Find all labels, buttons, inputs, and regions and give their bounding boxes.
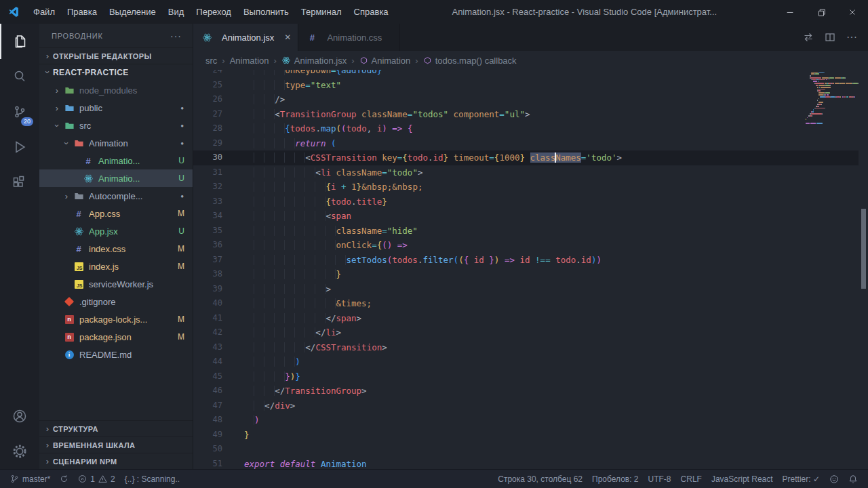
open-changes-icon[interactable] — [803, 32, 814, 43]
line-text: onKeyDown={addTodo} — [244, 70, 859, 78]
open-editors-section[interactable]: › ОТКРЫТЫЕ РЕДАКТОРЫ — [39, 47, 193, 64]
tree-item-Autocomple...[interactable]: ›Autocomple...● — [39, 187, 193, 205]
settings-gear-icon[interactable] — [0, 434, 39, 469]
tree-item-serviceWorker.js[interactable]: JSserviceWorker.js — [39, 275, 193, 293]
close-button[interactable] — [837, 0, 868, 24]
code-line-27[interactable]: 27 <TransitionGroup className="todos" co… — [193, 107, 859, 122]
tab-animation-jsx[interactable]: Animation.jsx ✕ — [193, 24, 298, 51]
code-line-40[interactable]: 40 &times; — [193, 296, 859, 311]
problems-status[interactable]: 1 2 — [73, 470, 119, 488]
code-line-42[interactable]: 42 </li> — [193, 325, 859, 340]
code-line-25[interactable]: 25 type="text" — [193, 78, 859, 93]
code-line-26[interactable]: 26 /> — [193, 92, 859, 107]
code-area[interactable]: 24 onKeyDown={addTodo}25 type="text"26 /… — [193, 70, 859, 469]
feedback-smiley-icon[interactable] — [825, 470, 844, 488]
restore-button[interactable] — [806, 0, 837, 24]
menu-view[interactable]: Вид — [162, 0, 191, 24]
symbol-method-icon — [423, 56, 432, 65]
code-line-37[interactable]: 37 setTodos(todos.filter(({ id }) => id … — [193, 253, 859, 268]
tree-item-index.js[interactable]: JSindex.jsM — [39, 258, 193, 275]
menu-edit[interactable]: Правка — [61, 0, 103, 24]
tree-item-index.css[interactable]: #index.cssM — [39, 240, 193, 258]
chevron-down-icon: › — [52, 120, 62, 131]
run-debug-icon[interactable] — [0, 129, 39, 165]
indentation-status[interactable]: Пробелов: 2 — [587, 470, 644, 488]
line-text: /> — [244, 92, 859, 107]
formatter-status[interactable]: Prettier: ✓ — [778, 470, 825, 488]
menu-go[interactable]: Переход — [190, 0, 237, 24]
cursor-position[interactable]: Строка 30, столбец 62 — [493, 470, 587, 488]
scrollbar-thumb[interactable] — [861, 209, 866, 289]
menu-file[interactable]: Файл — [27, 0, 61, 24]
code-line-33[interactable]: 33 {todo.title} — [193, 195, 859, 209]
tree-item-src[interactable]: ›src● — [39, 117, 193, 134]
extensions-icon[interactable] — [0, 165, 39, 200]
code-line-24[interactable]: 24 onKeyDown={addTodo} — [193, 70, 859, 78]
more-actions-icon[interactable]: ··· — [170, 30, 182, 41]
tree-item-Animatio...[interactable]: #Animatio...U — [39, 152, 193, 169]
breadcrumb-animation-jsx[interactable]: Animation.jsx — [281, 56, 347, 66]
code-line-44[interactable]: 44 ) — [193, 354, 859, 369]
code-line-39[interactable]: 39 > — [193, 282, 859, 297]
tree-item-node_modules[interactable]: ›node_modules — [39, 81, 193, 99]
code-line-31[interactable]: 31 <li className="todo"> — [193, 165, 859, 180]
breadcrumb-animation-symbol[interactable]: Animation — [359, 56, 411, 66]
notifications-bell-icon[interactable] — [844, 470, 863, 488]
code-line-36[interactable]: 36 onClick={() => — [193, 238, 859, 253]
breadcrumb-src[interactable]: src — [205, 56, 217, 66]
more-actions-icon[interactable]: ··· — [846, 31, 857, 43]
section-outline[interactable]: › СТРУКТУРА — [39, 420, 193, 436]
root-folder[interactable]: › REACT-PRACTICE — [39, 64, 193, 80]
tree-item-App.jsx[interactable]: App.jsxU — [39, 222, 193, 240]
code-line-50[interactable]: 50 — [193, 442, 859, 457]
code-line-43[interactable]: 43 </CSSTransition> — [193, 340, 859, 355]
menu-run[interactable]: Выполнить — [237, 0, 295, 24]
split-editor-icon[interactable] — [825, 32, 835, 43]
code-line-47[interactable]: 47 </div> — [193, 399, 859, 413]
account-icon[interactable] — [0, 399, 39, 434]
explorer-icon[interactable] — [0, 24, 39, 59]
tree-item-package-lock.js...[interactable]: npackage-lock.js...M — [39, 310, 193, 328]
code-line-30[interactable]: 30 <CSSTransition key={todo.id} timeout=… — [193, 150, 859, 165]
scanning-status[interactable]: {..} : Scanning.. — [120, 470, 184, 488]
menu-help[interactable]: Справка — [348, 0, 395, 24]
code-line-49[interactable]: 49} — [193, 428, 859, 443]
encoding-status[interactable]: UTF-8 — [644, 470, 676, 488]
code-line-41[interactable]: 41 </span> — [193, 311, 859, 326]
tab-animation-css[interactable]: # Animation.css — [298, 24, 400, 51]
search-icon[interactable] — [0, 59, 39, 94]
menu-selection[interactable]: Выделение — [103, 0, 162, 24]
section-timeline[interactable]: › ВРЕМЕННАЯ ШКАЛА — [39, 436, 193, 453]
menu-terminal[interactable]: Терминал — [295, 0, 348, 24]
code-line-28[interactable]: 28 {todos.map((todo, i) => { — [193, 121, 859, 136]
npm-icon: n — [62, 333, 76, 342]
section-npm-scripts[interactable]: › СЦЕНАРИИ NPM — [39, 453, 193, 469]
code-line-51[interactable]: 51export default Animation — [193, 457, 859, 470]
code-line-32[interactable]: 32 {i + 1}&nbsp;&nbsp; — [193, 180, 859, 195]
code-line-38[interactable]: 38 } — [193, 267, 859, 282]
sync-status[interactable] — [55, 470, 73, 488]
tree-item-public[interactable]: ›public● — [39, 99, 193, 117]
breadcrumb-callback-symbol[interactable]: todos.map() callback — [423, 56, 517, 66]
tree-item-App.css[interactable]: #App.cssM — [39, 205, 193, 222]
source-control-icon[interactable]: 20 — [0, 94, 39, 129]
code-line-45[interactable]: 45 })} — [193, 369, 859, 384]
code-line-34[interactable]: 34 <span — [193, 209, 859, 224]
code-line-48[interactable]: 48 ) — [193, 413, 859, 428]
tree-item-Animation[interactable]: ›Animation● — [39, 134, 193, 152]
eol-status[interactable]: CRLF — [676, 470, 707, 488]
tree-item-README.md[interactable]: iREADME.md — [39, 346, 193, 363]
breadcrumb-animation-folder[interactable]: Animation — [230, 56, 269, 66]
tree-item-Animatio...[interactable]: Animatio...U — [39, 169, 193, 187]
minimap[interactable] — [806, 71, 859, 124]
language-mode[interactable]: JavaScript React — [707, 470, 778, 488]
code-line-35[interactable]: 35 className="hide" — [193, 224, 859, 239]
close-icon[interactable]: ✕ — [284, 33, 291, 42]
minimize-button[interactable] — [774, 0, 806, 24]
tree-item-.gitignore[interactable]: .gitignore — [39, 293, 193, 310]
tree-item-package.json[interactable]: npackage.jsonM — [39, 328, 193, 346]
git-branch-status[interactable]: master* — [5, 470, 55, 488]
code-line-46[interactable]: 46 </TransitionGroup> — [193, 384, 859, 399]
code-line-29[interactable]: 29 return ( — [193, 136, 859, 151]
line-text: <TransitionGroup className="todos" compo… — [244, 107, 859, 122]
